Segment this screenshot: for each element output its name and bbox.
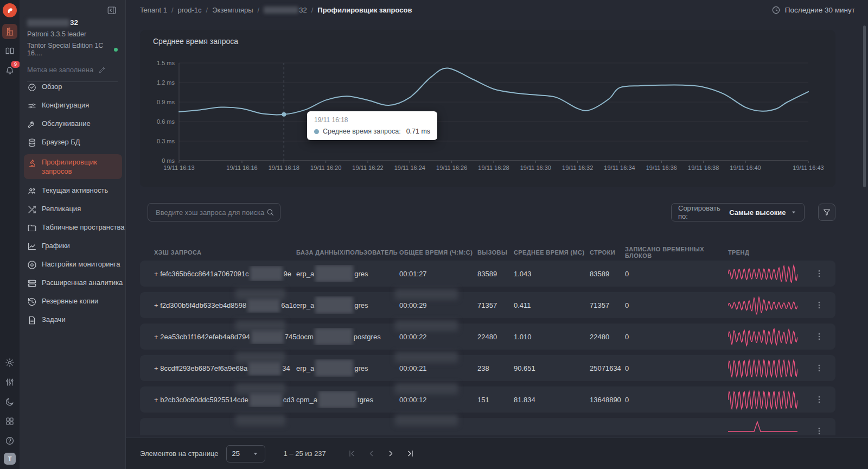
avg-time-ms: 0.411 xyxy=(514,301,590,309)
redacted-text xyxy=(395,352,458,363)
row-menu-button[interactable] xyxy=(809,332,829,341)
first-page-button[interactable] xyxy=(344,446,360,461)
rail-item-preferences[interactable] xyxy=(2,375,17,390)
sidebar-item-database[interactable]: Браузер БД xyxy=(24,136,122,149)
redacted-text xyxy=(235,289,285,300)
gear-icon xyxy=(5,358,15,367)
activity-icon xyxy=(27,186,37,196)
rail-item-notifications[interactable]: 9 xyxy=(2,63,17,78)
trend-sparkline xyxy=(728,294,809,316)
table-row[interactable]: + fefc365b6cc8641a7067091c9eerp_agres00:… xyxy=(140,261,835,287)
row-menu-button[interactable] xyxy=(809,300,829,310)
db-user: docmpostgres xyxy=(296,328,399,345)
status-dot xyxy=(114,48,118,52)
edition-label: Tantor Special Edition 1C 16.... xyxy=(27,42,111,57)
temp-blocks-written: 0 xyxy=(625,364,728,372)
rail-item-settings[interactable] xyxy=(2,355,17,370)
funnel-icon xyxy=(822,208,831,217)
redacted-text xyxy=(315,359,353,377)
tantor-logo-icon xyxy=(5,5,15,15)
sliders-icon xyxy=(5,377,15,387)
rail-item-docs[interactable] xyxy=(2,43,17,59)
query-hash: + fefc365b6cc8641a7067091c9e xyxy=(154,266,296,281)
svg-text:19/11 16:24: 19/11 16:24 xyxy=(394,164,425,171)
sidebar-item-replication[interactable]: Репликация xyxy=(24,202,122,216)
instance-name-suffix: 32 xyxy=(70,18,78,27)
query-hash: + 8ccdff293eb6857ef6a9e68a34 xyxy=(154,360,296,376)
sidebar-item-stack[interactable]: Расширенная аналитика xyxy=(24,276,122,290)
rail-item-help[interactable] xyxy=(2,433,17,448)
trend-sparkline xyxy=(728,389,809,410)
sidebar-item-tune[interactable]: Конфигурация xyxy=(24,99,122,112)
calls: 71357 xyxy=(477,301,514,309)
sidebar-item-label: Расширенная аналитика xyxy=(42,278,123,287)
row-menu-button[interactable] xyxy=(809,363,829,373)
svg-text:1.2 ms: 1.2 ms xyxy=(157,79,175,86)
next-page-button[interactable] xyxy=(384,446,399,461)
instance-name: 32 xyxy=(27,18,118,27)
row-menu-button[interactable] xyxy=(809,395,829,404)
chevron-down-icon xyxy=(252,450,259,458)
search-input[interactable] xyxy=(155,208,266,217)
sidebar-item-wrench[interactable]: Обслуживание xyxy=(24,117,122,131)
pencil-icon xyxy=(98,66,106,74)
svg-text:19/11 16:28: 19/11 16:28 xyxy=(478,164,509,171)
breadcrumb-separator: / xyxy=(206,6,208,14)
sidebar-item-activity[interactable]: Текущая активность xyxy=(24,184,122,198)
query-hash: + f2d300b5f4db633eb4d85986a1d xyxy=(154,297,296,313)
page-size-select[interactable]: 25 xyxy=(226,445,265,462)
avg-time-ms: 81.834 xyxy=(514,396,590,404)
row-menu-button[interactable] xyxy=(809,269,829,278)
db-user: cpm_atgres xyxy=(296,391,399,408)
redacted-text xyxy=(395,320,458,331)
tooltip-series-dot xyxy=(314,129,319,134)
calls: 22480 xyxy=(477,333,514,341)
calls: 83589 xyxy=(477,270,514,278)
instance-label-edit[interactable]: Метка не заполнена xyxy=(27,66,118,74)
collapse-sidebar-button[interactable] xyxy=(107,5,119,17)
rail-item-instances[interactable] xyxy=(2,24,17,39)
tantor-logo[interactable] xyxy=(3,3,17,17)
breadcrumb-item[interactable]: Экземпляры xyxy=(212,6,253,14)
row-menu-button[interactable] xyxy=(809,426,829,435)
edition-row: Tantor Special Edition 1C 16.... xyxy=(27,42,118,57)
replication-icon xyxy=(27,205,37,214)
time-range-selector[interactable]: Последние 30 минут xyxy=(771,0,855,20)
rail-item-theme[interactable] xyxy=(2,394,17,409)
rail-item-apps[interactable] xyxy=(2,414,17,429)
scrollbar-thumb[interactable] xyxy=(863,26,866,187)
pagination-bar: Элементов на странице 25 1 – 25 из 237 xyxy=(126,438,868,469)
sidebar-item-monitor-gear[interactable]: Настройки мониторинга xyxy=(24,258,122,271)
sidebar-item-label: Обслуживание xyxy=(42,119,91,128)
sort-dropdown[interactable]: Сортировать по: Самые высокие ... xyxy=(671,203,805,221)
last-page-button[interactable] xyxy=(403,446,418,461)
breadcrumb-item[interactable]: prod-1c xyxy=(178,6,202,14)
sidebar-item-target[interactable]: Обзор xyxy=(24,80,122,94)
instance-label-placeholder: Метка не заполнена xyxy=(27,66,93,74)
column-header: ЗАПИСАНО ВРЕМЕННЫХ БЛОКОВ xyxy=(625,246,728,259)
breadcrumb-item[interactable]: Tenant 1 xyxy=(140,6,167,14)
prev-page-button[interactable] xyxy=(364,446,379,461)
redacted-text xyxy=(315,265,353,282)
sidebar-item-doc[interactable]: Задачи xyxy=(24,313,122,327)
sidebar-item-profiler[interactable]: Профилировщик запросов xyxy=(24,154,122,179)
page-size-value: 25 xyxy=(232,449,240,458)
sidebar-item-restore[interactable]: Резервные копии xyxy=(24,295,122,308)
sidebar-item-folder[interactable]: Табличные пространства xyxy=(24,221,122,234)
filter-button[interactable] xyxy=(818,204,835,221)
total-time: 00:00:29 xyxy=(399,301,477,309)
column-header: ТРЕНД xyxy=(728,249,809,256)
apps-grid-icon xyxy=(5,416,15,426)
user-avatar[interactable]: T xyxy=(4,453,16,465)
tooltip-series-label: Среднее время запроса: xyxy=(323,128,401,135)
breadcrumb-item[interactable]: 32 xyxy=(264,6,307,14)
svg-text:19/11 16:22: 19/11 16:22 xyxy=(352,164,383,171)
table-header: ХЭШ ЗАПРОСАБАЗА ДАННЫХ/ПОЛЬЗОВАТЕЛЬОБЩЕЕ… xyxy=(140,244,835,261)
moon-icon xyxy=(5,397,15,407)
sidebar-item-chart[interactable]: Графики xyxy=(24,239,122,253)
total-time: 00:00:12 xyxy=(399,396,477,404)
main-content: Tenant 1/prod-1c/Экземпляры/32/Профилиро… xyxy=(126,0,868,469)
tooltip-value: 0.71 ms xyxy=(406,128,430,135)
sidebar-item-label: Текущая активность xyxy=(42,186,108,195)
pagination-range: 1 – 25 из 237 xyxy=(284,449,326,458)
